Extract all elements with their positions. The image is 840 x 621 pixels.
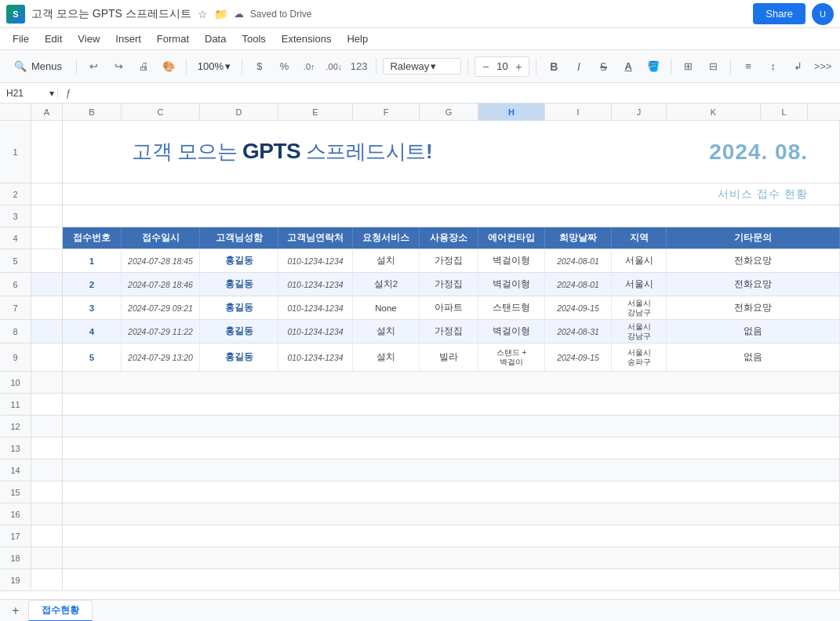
td-date-5[interactable]: 2024-07-29 13:20 bbox=[122, 343, 200, 371]
cell-a2[interactable] bbox=[31, 183, 63, 205]
merged-title-cell[interactable]: 고객 모으는 GPTS 스프레드시트! 2024. 08. bbox=[63, 121, 840, 183]
cell-a15[interactable] bbox=[31, 481, 63, 503]
td-date2-1[interactable]: 2024-08-01 bbox=[545, 249, 612, 272]
sheet-tab-1[interactable]: 접수현황 bbox=[28, 600, 93, 622]
td-region-1[interactable]: 서울시 bbox=[612, 249, 667, 272]
td-region-5[interactable]: 서울시송파구 bbox=[612, 343, 667, 371]
row-num-17[interactable]: 17 bbox=[0, 525, 31, 547]
td-name-3[interactable]: 홍길동 bbox=[200, 296, 278, 319]
print-button[interactable]: 🖨 bbox=[133, 56, 155, 78]
cell-a9[interactable] bbox=[31, 343, 63, 371]
col-header-i[interactable]: I bbox=[545, 104, 612, 121]
cell-a7[interactable] bbox=[31, 296, 63, 319]
menu-data[interactable]: Data bbox=[198, 31, 232, 46]
cell-a18[interactable] bbox=[31, 547, 63, 568]
menu-file[interactable]: File bbox=[6, 31, 35, 46]
empty-row-15[interactable] bbox=[63, 481, 840, 503]
empty-row-19[interactable] bbox=[63, 569, 840, 590]
td-note-4[interactable]: 없음 bbox=[667, 320, 840, 343]
cell-a6[interactable] bbox=[31, 273, 63, 296]
empty-row-11[interactable] bbox=[63, 394, 840, 415]
cell-reference[interactable]: H21 ▾ bbox=[3, 88, 58, 99]
undo-button[interactable]: ↩ bbox=[83, 56, 105, 78]
td-date-4[interactable]: 2024-07-29 11:22 bbox=[122, 320, 200, 343]
col-header-k[interactable]: K bbox=[667, 104, 761, 121]
td-num-1[interactable]: 1 bbox=[63, 249, 122, 272]
empty-row-12[interactable] bbox=[63, 416, 840, 437]
text-color-button[interactable]: A bbox=[617, 56, 639, 78]
currency-button[interactable]: $ bbox=[249, 56, 271, 78]
menu-tools[interactable]: Tools bbox=[235, 31, 271, 46]
merged-empty-3[interactable] bbox=[63, 205, 840, 227]
valign-button[interactable]: ↕ bbox=[762, 56, 784, 78]
row-num-5[interactable]: 5 bbox=[0, 249, 31, 272]
row-num-14[interactable]: 14 bbox=[0, 459, 31, 481]
cell-a1[interactable] bbox=[31, 121, 63, 183]
td-actype-4[interactable]: 벽걸이형 bbox=[478, 320, 545, 343]
col-header-b[interactable]: B bbox=[63, 104, 122, 121]
empty-row-17[interactable] bbox=[63, 525, 840, 547]
empty-row-16[interactable] bbox=[63, 503, 840, 525]
td-location-5[interactable]: 빌라 bbox=[420, 343, 478, 371]
row-num-19[interactable]: 19 bbox=[0, 569, 31, 590]
td-actype-2[interactable]: 벽걸이형 bbox=[478, 273, 545, 296]
cell-a11[interactable] bbox=[31, 394, 63, 415]
td-num-4[interactable]: 4 bbox=[63, 320, 122, 343]
td-note-3[interactable]: 전화요망 bbox=[667, 296, 840, 319]
td-location-3[interactable]: 아파트 bbox=[420, 296, 478, 319]
row-num-18[interactable]: 18 bbox=[0, 547, 31, 568]
italic-button[interactable]: I bbox=[568, 56, 590, 78]
merge-button[interactable]: ⊟ bbox=[702, 56, 724, 78]
row-num-9[interactable]: 9 bbox=[0, 343, 31, 371]
redo-button[interactable]: ↪ bbox=[108, 56, 130, 78]
td-service-3[interactable]: None bbox=[353, 296, 420, 319]
row-num-12[interactable]: 12 bbox=[0, 416, 31, 437]
td-service-2[interactable]: 설치2 bbox=[353, 273, 420, 296]
cell-a5[interactable] bbox=[31, 249, 63, 272]
col-header-h[interactable]: H bbox=[478, 104, 545, 121]
td-date-1[interactable]: 2024-07-28 18:45 bbox=[122, 249, 200, 272]
row-num-11[interactable]: 11 bbox=[0, 394, 31, 415]
wrap-button[interactable]: ↲ bbox=[787, 56, 809, 78]
dec-decrease-button[interactable]: .00↓ bbox=[323, 56, 345, 78]
cell-a13[interactable] bbox=[31, 438, 63, 459]
cell-a16[interactable] bbox=[31, 503, 63, 525]
cell-a19[interactable] bbox=[31, 569, 63, 590]
menu-insert[interactable]: Insert bbox=[109, 31, 147, 46]
row-num-10[interactable]: 10 bbox=[0, 372, 31, 393]
empty-row-14[interactable] bbox=[63, 459, 840, 481]
td-actype-3[interactable]: 스탠드형 bbox=[478, 296, 545, 319]
td-num-2[interactable]: 2 bbox=[63, 273, 122, 296]
td-region-3[interactable]: 서울시강남구 bbox=[612, 296, 667, 319]
align-button[interactable]: ≡ bbox=[737, 56, 759, 78]
td-date2-2[interactable]: 2024-08-01 bbox=[545, 273, 612, 296]
dec-increase-button[interactable]: .0↑ bbox=[298, 56, 320, 78]
menu-extensions[interactable]: Extensions bbox=[275, 31, 338, 46]
row-num-3[interactable]: 3 bbox=[0, 205, 31, 227]
paint-format-button[interactable]: 🎨 bbox=[158, 56, 180, 78]
menu-edit[interactable]: Edit bbox=[38, 31, 68, 46]
percent-button[interactable]: % bbox=[274, 56, 296, 78]
font-size-increase-btn[interactable]: + bbox=[511, 56, 525, 78]
cell-a12[interactable] bbox=[31, 416, 63, 437]
td-name-1[interactable]: 홍길동 bbox=[200, 249, 278, 272]
td-location-4[interactable]: 가정집 bbox=[420, 320, 478, 343]
menu-view[interactable]: View bbox=[71, 31, 106, 46]
td-phone-4[interactable]: 010-1234-1234 bbox=[278, 320, 353, 343]
row-num-4[interactable]: 4 bbox=[0, 227, 31, 249]
td-name-5[interactable]: 홍길동 bbox=[200, 343, 278, 371]
td-actype-1[interactable]: 벽걸이형 bbox=[478, 249, 545, 272]
font-selector[interactable]: Raleway ▾ bbox=[383, 58, 461, 74]
share-button[interactable]: Share bbox=[753, 3, 805, 24]
row-num-16[interactable]: 16 bbox=[0, 503, 31, 525]
col-header-g[interactable]: G bbox=[420, 104, 478, 121]
td-note-5[interactable]: 없음 bbox=[667, 343, 840, 371]
menu-format[interactable]: Format bbox=[151, 31, 195, 46]
empty-row-13[interactable] bbox=[63, 438, 840, 459]
td-name-4[interactable]: 홍길동 bbox=[200, 320, 278, 343]
td-note-1[interactable]: 전화요망 bbox=[667, 249, 840, 272]
td-date-2[interactable]: 2024-07-28 18:46 bbox=[122, 273, 200, 296]
font-size-decrease-btn[interactable]: − bbox=[478, 56, 493, 78]
folder-icon[interactable]: 📁 bbox=[214, 8, 227, 20]
td-phone-5[interactable]: 010-1234-1234 bbox=[278, 343, 353, 371]
